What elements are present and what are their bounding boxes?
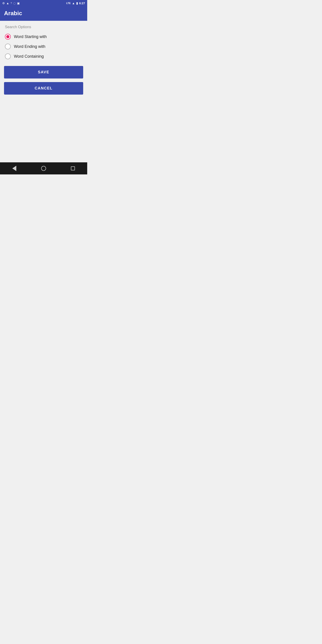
radio-item-word-ending[interactable]: Word Ending with [4,42,83,51]
lte-label: LTE [66,2,71,4]
back-button[interactable] [10,164,18,173]
radio-label-word-starting: Word Starting with [14,34,47,39]
back-icon [12,166,16,171]
nav-bar [0,162,87,174]
section-title: Search Options [5,25,83,29]
main-content: Search Options Word Starting with Word E… [0,21,87,128]
clipboard-icon: ▣ [17,2,20,5]
radio-circle-word-containing[interactable] [5,54,11,59]
radio-item-word-containing[interactable]: Word Containing [4,52,83,60]
radio-item-word-starting[interactable]: Word Starting with [4,32,83,41]
question-icon: ? [10,2,12,4]
status-bar: ⚙ ▲ ? ◌ ▣ LTE ▲ ▮ 6:27 [0,0,87,6]
status-bar-right: LTE ▲ ▮ 6:27 [66,2,85,5]
home-icon [41,166,46,171]
status-bar-left: ⚙ ▲ ? ◌ ▣ [2,2,20,5]
settings-icon: ⚙ [2,2,5,5]
recents-button[interactable] [69,164,77,173]
radio-group: Word Starting with Word Ending with Word… [4,32,83,60]
clock: 6:27 [79,2,85,5]
radio-label-word-ending: Word Ending with [14,44,46,49]
battery-icon: ▮ [76,2,78,5]
cancel-button[interactable]: CANCEL [4,82,83,94]
circle-icon: ◌ [13,2,16,5]
recents-icon [71,166,75,170]
app-bar-title: Arabic [4,10,83,17]
radio-circle-word-starting[interactable] [5,34,11,40]
radio-circle-word-ending[interactable] [5,44,11,50]
signal-icon: ▲ [72,2,75,5]
save-button[interactable]: SAVE [4,66,83,78]
radio-label-word-containing: Word Containing [14,54,44,59]
wifi-icon: ▲ [6,2,9,5]
home-button[interactable] [39,164,48,173]
app-bar: Arabic [0,6,87,21]
